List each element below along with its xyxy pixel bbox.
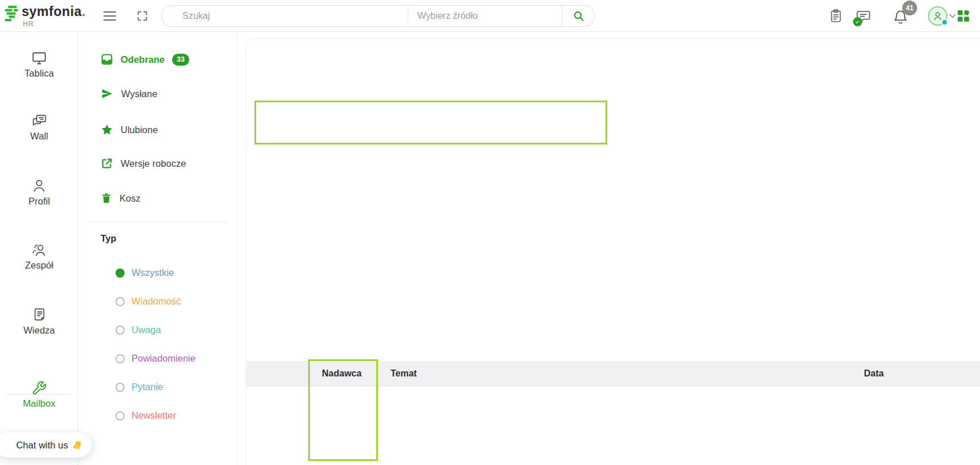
radio [115,383,125,392]
column-header-data[interactable]: Data [864,368,884,379]
sidebar-item-zespol[interactable]: Zespół [0,242,78,271]
folder-label: Wysłane [121,89,157,99]
radio-selected [115,268,125,278]
sidebar-item-mailbox[interactable]: Mailbox [0,380,78,409]
trash-icon [101,192,112,205]
chat-bubbles-icon [31,113,47,129]
chevron-down-icon[interactable] [949,14,956,18]
topbar: symfonia. HR Szukaj Wybierz źródło ✓ [0,0,980,32]
wave-hand-icon [72,439,83,451]
typ-option-label: Pytanie [132,382,163,392]
typ-option-uwaga[interactable]: Uwaga [115,324,161,335]
radio [115,297,125,306]
folder-odebrane[interactable]: Odebrane 33 [101,53,189,66]
apps-grid-icon[interactable] [957,9,970,23]
folder-ulubione[interactable]: Ulubione [101,123,158,136]
folder-wyslane[interactable]: Wysłane [101,87,157,100]
radio [115,326,125,335]
nav-sidebar: Tablica Wall Profil Zespół [0,32,78,465]
sidebar-item-label: Zespół [0,260,78,271]
external-link-icon [101,157,113,170]
sidebar-item-label: Tablica [0,68,78,79]
notification-count-badge: 41 [902,1,917,15]
sidebar-item-label: Wall [0,131,78,142]
folder-label: Kosz [119,193,141,204]
chat-with-us-label: Chat with us [16,440,68,451]
unread-count-badge: 33 [172,54,189,66]
typ-option-wiadomosc[interactable]: Wiadomość [115,296,181,307]
folder-kosz[interactable]: Kosz [101,192,141,205]
typ-option-powiadomienie[interactable]: Powiadomienie [115,353,196,364]
inbox-icon [101,53,113,66]
search-input[interactable]: Szukaj [162,11,408,21]
mailbox-folder-panel: Odebrane 33 Wysłane Ulubione Wersje robo… [78,32,237,465]
monitor-icon [31,50,47,66]
chat-with-us-button[interactable]: Chat with us [0,432,91,458]
typ-section-title: Typ [101,234,116,244]
folder-label: Ulubione [121,125,158,135]
folder-wersje-robocze[interactable]: Wersje robocze [101,157,186,170]
status-dot [941,19,948,26]
folder-label: Wersje robocze [121,158,186,169]
typ-option-label: Newsletter [132,410,176,421]
radio [115,411,125,420]
typ-option-label: Uwaga [132,324,161,335]
team-icon [31,242,47,258]
radio [115,354,125,363]
symfonia-logo-icon [5,6,18,23]
panel-divider [89,222,229,222]
search-icon [572,10,585,22]
sidebar-item-label: Mailbox [0,398,78,409]
brand-subtitle: HR [23,20,34,28]
typ-option-pytanie[interactable]: Pytanie [115,382,163,392]
star-icon [101,123,113,136]
folder-label: Odebrane [121,54,165,65]
clipboard-icon[interactable] [828,8,843,24]
fullscreen-icon[interactable] [136,10,149,22]
typ-option-label: Wiadomość [132,296,181,307]
typ-option-wszystkie[interactable]: Wszystkie [115,267,174,278]
column-header-temat[interactable]: Temat [391,368,417,379]
source-select[interactable]: Wybierz źródło [408,6,562,26]
typ-option-newsletter[interactable]: Newsletter [115,410,176,421]
wrench-icon [31,380,47,396]
send-icon [101,87,114,100]
table-header: Nadawca Temat Data [246,361,980,386]
brand-title: symfonia. [22,4,86,19]
messages-check-badge: ✓ [853,17,862,26]
sidebar-item-wiedza[interactable]: Wiedza [0,307,78,336]
person-icon [31,178,47,194]
typ-option-label: Powiadomienie [132,353,196,364]
app-window: symfonia. HR Szukaj Wybierz źródło ✓ [0,0,980,465]
sidebar-item-label: Wiedza [0,325,78,336]
global-search-bar: Szukaj Wybierz źródło [161,5,595,27]
sidebar-item-profil[interactable]: Profil [0,178,78,207]
hamburger-menu-icon[interactable] [103,10,117,22]
main-content [246,38,980,465]
sidebar-item-wall[interactable]: Wall [0,113,78,142]
sidebar-item-label: Profil [0,196,78,207]
typ-option-label: Wszystkie [132,267,174,278]
search-submit-button[interactable] [562,6,594,26]
sidebar-item-tablica[interactable]: Tablica [0,50,78,79]
document-icon [32,307,47,323]
column-header-nadawca[interactable]: Nadawca [322,368,361,379]
